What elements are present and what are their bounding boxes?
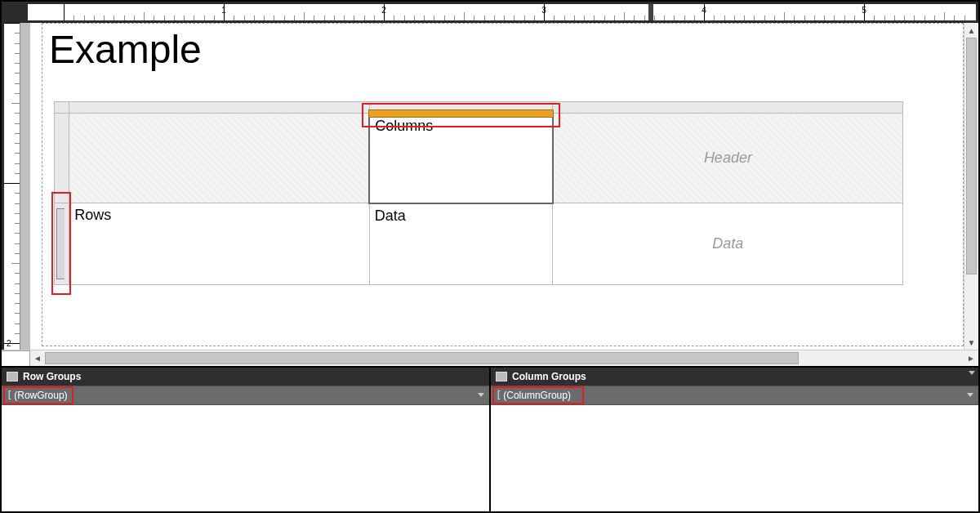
table-icon	[496, 372, 507, 381]
scroll-right-arrow-icon[interactable]: ►	[964, 350, 978, 366]
scrollbar-corner	[2, 350, 30, 366]
tablix-column-group-cell[interactable]: Columns	[369, 114, 553, 203]
data-cell-label: Data	[375, 207, 406, 224]
row-groups-title: Row Groups	[23, 371, 81, 382]
dropdown-arrow-icon[interactable]	[967, 393, 973, 397]
report-body[interactable]: Example Columns	[42, 23, 964, 346]
tablix-col-handle-1[interactable]	[69, 102, 369, 114]
row-groups-header[interactable]: Row Groups	[2, 368, 489, 386]
tablix-data-cell[interactable]: Data	[369, 203, 553, 285]
dropdown-arrow-icon[interactable]	[478, 393, 484, 397]
column-group-item-label: (ColumnGroup)	[503, 390, 571, 401]
row-group-item[interactable]: [ (RowGroup)	[2, 386, 489, 405]
bracket-icon: [	[7, 390, 12, 401]
column-groups-title: Column Groups	[512, 371, 586, 382]
tablix-corner-handle[interactable]	[55, 102, 69, 114]
data-placeholder-text: Data	[712, 235, 743, 252]
column-group-item[interactable]: [ (ColumnGroup)	[491, 386, 978, 405]
column-groups-body[interactable]	[491, 405, 978, 511]
row-group-indicator	[56, 208, 65, 279]
horizontal-scrollbar[interactable]: ◄ ►	[2, 350, 978, 366]
tablix-header-placeholder[interactable]: Header	[553, 114, 903, 203]
ruler-corner	[2, 2, 28, 23]
horizontal-scrollbar-track[interactable]	[45, 350, 964, 366]
report-canvas[interactable]: Example Columns	[30, 23, 964, 350]
tablix-data-placeholder[interactable]: Data	[553, 203, 903, 285]
grouping-pane: Row Groups [ (RowGroup) Column Groups [ …	[2, 366, 978, 511]
ruler-h-track[interactable]: 12345	[28, 4, 976, 20]
ruler-guide-marker[interactable]	[648, 4, 653, 20]
grouping-pane-menu-icon[interactable]	[969, 371, 975, 375]
row-group-label: Rows	[74, 207, 111, 223]
ruler-vertical[interactable]: 2	[4, 23, 20, 350]
row-groups-panel: Row Groups [ (RowGroup)	[2, 368, 489, 511]
column-groups-header[interactable]: Column Groups	[491, 368, 978, 386]
tablix-row-group-cell[interactable]: Rows	[69, 203, 369, 285]
horizontal-scrollbar-thumb[interactable]	[45, 352, 799, 364]
scroll-left-arrow-icon[interactable]: ◄	[30, 350, 45, 366]
scroll-down-arrow-icon[interactable]: ▼	[964, 335, 978, 350]
vertical-scrollbar[interactable]: ▲ ▼	[964, 23, 978, 350]
header-placeholder-text: Header	[704, 149, 752, 166]
row-group-item-label: (RowGroup)	[14, 390, 67, 401]
report-title-textbox[interactable]: Example	[42, 24, 963, 78]
tablix-row-handle-data[interactable]	[55, 203, 69, 285]
column-group-indicator	[368, 109, 554, 118]
tablix-corner-cell[interactable]	[69, 114, 369, 203]
bracket-icon: [	[496, 390, 501, 401]
left-gutter	[20, 23, 30, 350]
table-icon	[7, 372, 18, 381]
ruler-horizontal: 12345	[2, 2, 978, 23]
vertical-scrollbar-thumb[interactable]	[966, 38, 977, 274]
row-groups-body[interactable]	[2, 405, 489, 511]
tablix[interactable]: Columns Header Rows	[54, 101, 903, 285]
column-group-label: Columns	[375, 118, 433, 134]
column-groups-panel: Column Groups [ (ColumnGroup)	[489, 368, 978, 511]
design-surface: 2 Example Columns	[2, 23, 978, 350]
tablix-col-handle-3[interactable]	[553, 102, 903, 114]
scroll-up-arrow-icon[interactable]: ▲	[964, 23, 978, 38]
tablix-row-handle-header[interactable]	[55, 114, 69, 203]
